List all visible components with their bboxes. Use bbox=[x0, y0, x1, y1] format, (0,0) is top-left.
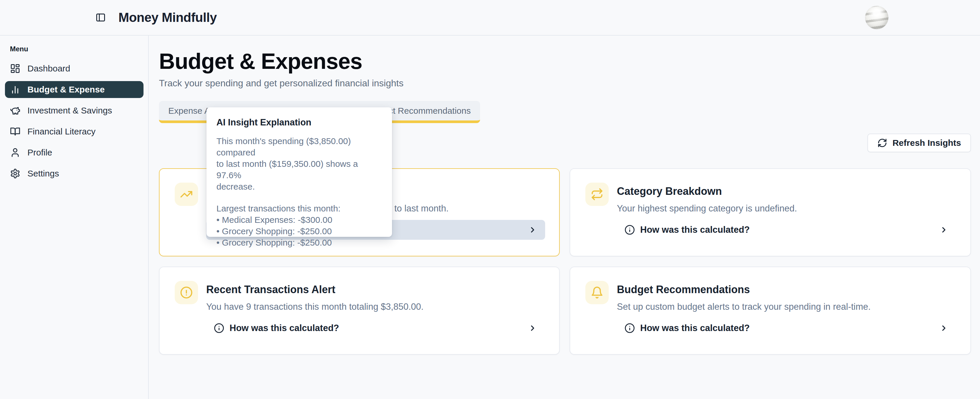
tooltip-title: AI Insight Explanation bbox=[216, 117, 382, 128]
trending-up-icon bbox=[175, 183, 198, 206]
menu-section-label: Menu bbox=[10, 45, 148, 53]
tooltip-summary: This month's spending ($3,850.00) compar… bbox=[216, 135, 382, 192]
info-icon bbox=[214, 323, 224, 333]
gear-icon bbox=[10, 168, 21, 179]
how-calculated-row[interactable]: How was this calculated? bbox=[206, 318, 545, 338]
sidebar-item-settings[interactable]: Settings bbox=[5, 165, 143, 182]
repeat-icon bbox=[585, 183, 609, 206]
card-body: Category Breakdown Your highest spending… bbox=[617, 183, 956, 240]
sidebar-item-budget-expense[interactable]: Budget & Expense bbox=[5, 81, 143, 98]
card-recent-transactions-alert: Recent Transactions Alert You have 9 tra… bbox=[159, 267, 560, 354]
card-category-breakdown: Category Breakdown Your highest spending… bbox=[570, 168, 971, 256]
card-budget-recommendations: Budget Recommendations Set up custom bud… bbox=[570, 267, 971, 354]
card-description: You have 9 transactions this month total… bbox=[206, 301, 545, 312]
sidebar-item-label: Settings bbox=[27, 169, 59, 178]
chevron-right-icon bbox=[528, 226, 537, 234]
card-description: Your highest spending category is undefi… bbox=[617, 203, 956, 214]
panel-left-icon bbox=[95, 12, 106, 23]
sidebar-item-investment-savings[interactable]: Investment & Savings bbox=[5, 102, 143, 119]
card-title: Budget Recommendations bbox=[617, 283, 956, 296]
sidebar-item-label: Dashboard bbox=[27, 64, 70, 73]
sidebar-item-profile[interactable]: Profile bbox=[5, 144, 143, 161]
how-calculated-label: How was this calculated? bbox=[640, 224, 750, 235]
app-title: Money Mindfully bbox=[118, 10, 217, 25]
alert-circle-icon bbox=[175, 281, 198, 304]
card-body: Budget Recommendations Set up custom bud… bbox=[617, 281, 956, 338]
info-icon bbox=[624, 224, 635, 235]
app-header: Money Mindfully bbox=[0, 0, 980, 36]
refresh-insights-button[interactable]: Refresh Insights bbox=[867, 134, 971, 152]
card-title: Category Breakdown bbox=[617, 185, 956, 198]
sidebar-toggle-button[interactable] bbox=[94, 11, 107, 24]
card-description: Set up custom budget alerts to track you… bbox=[617, 301, 956, 312]
how-calculated-label: How was this calculated? bbox=[640, 323, 750, 333]
how-calculated-label: How was this calculated? bbox=[229, 323, 339, 333]
bell-icon bbox=[585, 281, 609, 304]
how-calculated-row[interactable]: How was this calculated? bbox=[617, 318, 956, 338]
user-icon bbox=[10, 147, 21, 158]
refresh-insights-label: Refresh Insights bbox=[892, 138, 961, 148]
sidebar-item-financial-literacy[interactable]: Financial Literacy bbox=[5, 123, 143, 140]
how-calculated-row[interactable]: How was this calculated? bbox=[617, 220, 956, 240]
avatar[interactable] bbox=[865, 6, 888, 29]
refresh-icon bbox=[877, 138, 887, 148]
sidebar-item-label: Profile bbox=[27, 148, 52, 157]
sidebar-item-dashboard[interactable]: Dashboard bbox=[5, 60, 143, 77]
page-title: Budget & Expenses bbox=[159, 48, 971, 74]
bar-chart-icon bbox=[10, 84, 21, 95]
dashboard-grid-icon bbox=[10, 63, 21, 74]
sidebar-item-label: Financial Literacy bbox=[27, 127, 95, 137]
info-icon bbox=[624, 323, 635, 333]
chevron-right-icon bbox=[939, 324, 948, 332]
open-book-icon bbox=[10, 126, 21, 137]
chevron-right-icon bbox=[939, 226, 948, 234]
card-body: Recent Transactions Alert You have 9 tra… bbox=[206, 281, 545, 338]
ai-insight-tooltip: AI Insight Explanation This month's spen… bbox=[207, 107, 392, 237]
card-title: Recent Transactions Alert bbox=[206, 283, 545, 296]
sidebar-item-label: Budget & Expense bbox=[27, 84, 105, 94]
sidebar: Menu Dashboard Budget & Expense Investme… bbox=[0, 36, 149, 399]
page-subtitle: Track your spending and get personalized… bbox=[159, 78, 971, 89]
piggy-bank-icon bbox=[10, 105, 21, 116]
tooltip-transactions: Largest transactions this month: • Medic… bbox=[216, 203, 382, 248]
sidebar-item-label: Investment & Savings bbox=[27, 106, 112, 116]
chevron-right-icon bbox=[528, 324, 537, 332]
